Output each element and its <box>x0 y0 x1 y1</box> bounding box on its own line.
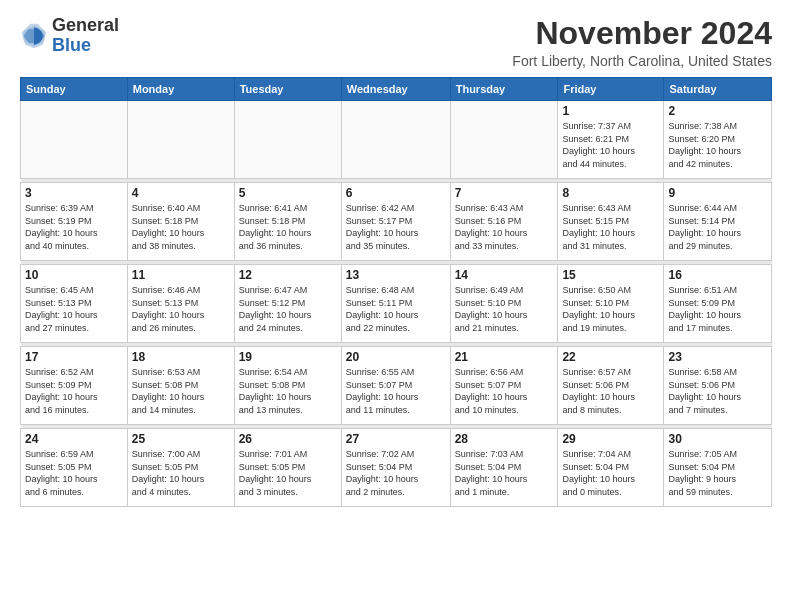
day-number: 3 <box>25 186 123 200</box>
day-number: 9 <box>668 186 767 200</box>
day-info: Sunrise: 6:56 AM Sunset: 5:07 PM Dayligh… <box>455 366 554 416</box>
day-info: Sunrise: 7:03 AM Sunset: 5:04 PM Dayligh… <box>455 448 554 498</box>
calendar-cell-w5-d2: 25Sunrise: 7:00 AM Sunset: 5:05 PM Dayli… <box>127 429 234 507</box>
day-number: 4 <box>132 186 230 200</box>
calendar-cell-w2-d6: 8Sunrise: 6:43 AM Sunset: 5:15 PM Daylig… <box>558 183 664 261</box>
day-info: Sunrise: 6:51 AM Sunset: 5:09 PM Dayligh… <box>668 284 767 334</box>
calendar-cell-w5-d7: 30Sunrise: 7:05 AM Sunset: 5:04 PM Dayli… <box>664 429 772 507</box>
calendar-cell-w2-d4: 6Sunrise: 6:42 AM Sunset: 5:17 PM Daylig… <box>341 183 450 261</box>
day-number: 27 <box>346 432 446 446</box>
day-number: 16 <box>668 268 767 282</box>
week-row-1: 1Sunrise: 7:37 AM Sunset: 6:21 PM Daylig… <box>21 101 772 179</box>
day-info: Sunrise: 6:49 AM Sunset: 5:10 PM Dayligh… <box>455 284 554 334</box>
day-info: Sunrise: 6:57 AM Sunset: 5:06 PM Dayligh… <box>562 366 659 416</box>
calendar-cell-w3-d6: 15Sunrise: 6:50 AM Sunset: 5:10 PM Dayli… <box>558 265 664 343</box>
header-friday: Friday <box>558 78 664 101</box>
day-number: 25 <box>132 432 230 446</box>
day-info: Sunrise: 6:55 AM Sunset: 5:07 PM Dayligh… <box>346 366 446 416</box>
calendar-cell-w2-d3: 5Sunrise: 6:41 AM Sunset: 5:18 PM Daylig… <box>234 183 341 261</box>
day-info: Sunrise: 6:47 AM Sunset: 5:12 PM Dayligh… <box>239 284 337 334</box>
calendar-cell-w1-d3 <box>234 101 341 179</box>
day-number: 22 <box>562 350 659 364</box>
calendar-cell-w5-d5: 28Sunrise: 7:03 AM Sunset: 5:04 PM Dayli… <box>450 429 558 507</box>
day-number: 28 <box>455 432 554 446</box>
calendar-cell-w4-d6: 22Sunrise: 6:57 AM Sunset: 5:06 PM Dayli… <box>558 347 664 425</box>
calendar: Sunday Monday Tuesday Wednesday Thursday… <box>20 77 772 507</box>
day-info: Sunrise: 6:44 AM Sunset: 5:14 PM Dayligh… <box>668 202 767 252</box>
logo-general: General <box>52 15 119 35</box>
weekday-header-row: Sunday Monday Tuesday Wednesday Thursday… <box>21 78 772 101</box>
day-number: 24 <box>25 432 123 446</box>
calendar-cell-w5-d3: 26Sunrise: 7:01 AM Sunset: 5:05 PM Dayli… <box>234 429 341 507</box>
day-info: Sunrise: 6:43 AM Sunset: 5:16 PM Dayligh… <box>455 202 554 252</box>
calendar-cell-w2-d1: 3Sunrise: 6:39 AM Sunset: 5:19 PM Daylig… <box>21 183 128 261</box>
day-number: 8 <box>562 186 659 200</box>
day-info: Sunrise: 6:52 AM Sunset: 5:09 PM Dayligh… <box>25 366 123 416</box>
calendar-cell-w1-d1 <box>21 101 128 179</box>
calendar-cell-w3-d2: 11Sunrise: 6:46 AM Sunset: 5:13 PM Dayli… <box>127 265 234 343</box>
day-info: Sunrise: 7:04 AM Sunset: 5:04 PM Dayligh… <box>562 448 659 498</box>
calendar-cell-w4-d1: 17Sunrise: 6:52 AM Sunset: 5:09 PM Dayli… <box>21 347 128 425</box>
calendar-cell-w1-d5 <box>450 101 558 179</box>
day-number: 11 <box>132 268 230 282</box>
day-info: Sunrise: 6:43 AM Sunset: 5:15 PM Dayligh… <box>562 202 659 252</box>
day-info: Sunrise: 6:45 AM Sunset: 5:13 PM Dayligh… <box>25 284 123 334</box>
logo: General Blue <box>20 16 119 56</box>
header-saturday: Saturday <box>664 78 772 101</box>
day-number: 1 <box>562 104 659 118</box>
calendar-cell-w3-d7: 16Sunrise: 6:51 AM Sunset: 5:09 PM Dayli… <box>664 265 772 343</box>
day-info: Sunrise: 6:42 AM Sunset: 5:17 PM Dayligh… <box>346 202 446 252</box>
page: General Blue November 2024 Fort Liberty,… <box>0 0 792 517</box>
month-title: November 2024 <box>512 16 772 51</box>
calendar-cell-w2-d7: 9Sunrise: 6:44 AM Sunset: 5:14 PM Daylig… <box>664 183 772 261</box>
day-info: Sunrise: 6:53 AM Sunset: 5:08 PM Dayligh… <box>132 366 230 416</box>
day-info: Sunrise: 7:01 AM Sunset: 5:05 PM Dayligh… <box>239 448 337 498</box>
calendar-cell-w4-d5: 21Sunrise: 6:56 AM Sunset: 5:07 PM Dayli… <box>450 347 558 425</box>
day-number: 30 <box>668 432 767 446</box>
logo-blue: Blue <box>52 35 91 55</box>
calendar-cell-w3-d4: 13Sunrise: 6:48 AM Sunset: 5:11 PM Dayli… <box>341 265 450 343</box>
week-row-2: 3Sunrise: 6:39 AM Sunset: 5:19 PM Daylig… <box>21 183 772 261</box>
day-number: 10 <box>25 268 123 282</box>
day-number: 7 <box>455 186 554 200</box>
day-info: Sunrise: 7:37 AM Sunset: 6:21 PM Dayligh… <box>562 120 659 170</box>
day-info: Sunrise: 7:05 AM Sunset: 5:04 PM Dayligh… <box>668 448 767 498</box>
day-number: 14 <box>455 268 554 282</box>
day-info: Sunrise: 6:40 AM Sunset: 5:18 PM Dayligh… <box>132 202 230 252</box>
day-number: 21 <box>455 350 554 364</box>
calendar-cell-w2-d5: 7Sunrise: 6:43 AM Sunset: 5:16 PM Daylig… <box>450 183 558 261</box>
calendar-cell-w3-d5: 14Sunrise: 6:49 AM Sunset: 5:10 PM Dayli… <box>450 265 558 343</box>
day-number: 23 <box>668 350 767 364</box>
day-number: 6 <box>346 186 446 200</box>
logo-icon <box>20 22 48 50</box>
calendar-cell-w5-d4: 27Sunrise: 7:02 AM Sunset: 5:04 PM Dayli… <box>341 429 450 507</box>
header: General Blue November 2024 Fort Liberty,… <box>20 16 772 69</box>
logo-text: General Blue <box>52 16 119 56</box>
header-wednesday: Wednesday <box>341 78 450 101</box>
day-number: 12 <box>239 268 337 282</box>
calendar-cell-w5-d6: 29Sunrise: 7:04 AM Sunset: 5:04 PM Dayli… <box>558 429 664 507</box>
calendar-cell-w4-d4: 20Sunrise: 6:55 AM Sunset: 5:07 PM Dayli… <box>341 347 450 425</box>
day-number: 26 <box>239 432 337 446</box>
week-row-4: 17Sunrise: 6:52 AM Sunset: 5:09 PM Dayli… <box>21 347 772 425</box>
day-number: 2 <box>668 104 767 118</box>
calendar-cell-w4-d2: 18Sunrise: 6:53 AM Sunset: 5:08 PM Dayli… <box>127 347 234 425</box>
day-number: 13 <box>346 268 446 282</box>
day-info: Sunrise: 6:48 AM Sunset: 5:11 PM Dayligh… <box>346 284 446 334</box>
calendar-cell-w1-d6: 1Sunrise: 7:37 AM Sunset: 6:21 PM Daylig… <box>558 101 664 179</box>
calendar-cell-w5-d1: 24Sunrise: 6:59 AM Sunset: 5:05 PM Dayli… <box>21 429 128 507</box>
calendar-cell-w1-d4 <box>341 101 450 179</box>
header-thursday: Thursday <box>450 78 558 101</box>
day-info: Sunrise: 6:46 AM Sunset: 5:13 PM Dayligh… <box>132 284 230 334</box>
calendar-cell-w3-d3: 12Sunrise: 6:47 AM Sunset: 5:12 PM Dayli… <box>234 265 341 343</box>
day-number: 29 <box>562 432 659 446</box>
calendar-cell-w4-d7: 23Sunrise: 6:58 AM Sunset: 5:06 PM Dayli… <box>664 347 772 425</box>
day-info: Sunrise: 6:50 AM Sunset: 5:10 PM Dayligh… <box>562 284 659 334</box>
calendar-cell-w1-d2 <box>127 101 234 179</box>
day-info: Sunrise: 6:39 AM Sunset: 5:19 PM Dayligh… <box>25 202 123 252</box>
day-number: 5 <box>239 186 337 200</box>
calendar-cell-w3-d1: 10Sunrise: 6:45 AM Sunset: 5:13 PM Dayli… <box>21 265 128 343</box>
calendar-cell-w4-d3: 19Sunrise: 6:54 AM Sunset: 5:08 PM Dayli… <box>234 347 341 425</box>
day-number: 18 <box>132 350 230 364</box>
title-block: November 2024 Fort Liberty, North Caroli… <box>512 16 772 69</box>
